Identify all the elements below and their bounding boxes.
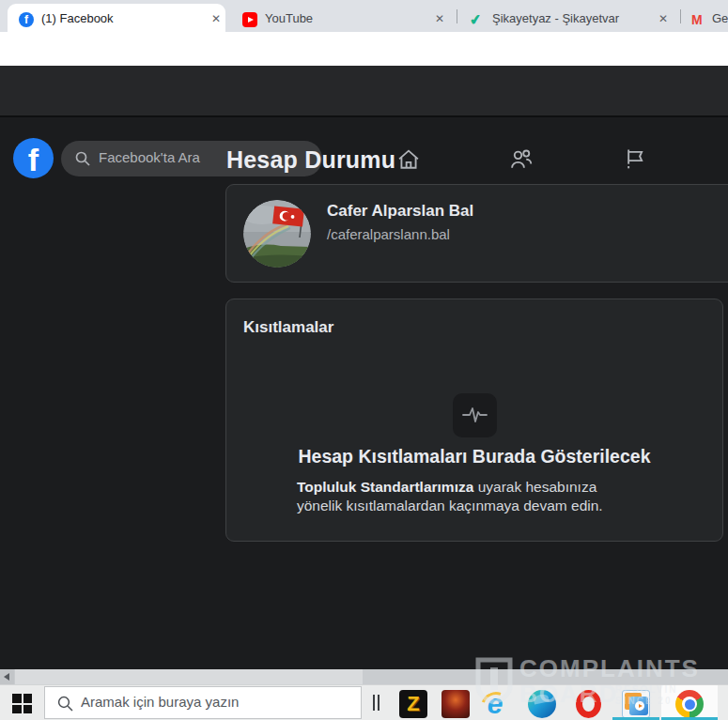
home-icon[interactable] (395, 146, 422, 173)
restrictions-empty-body: Topluluk Standartlarımıza uyarak hesabın… (297, 478, 658, 515)
facebook-header: f (0, 66, 728, 117)
tab-sikayetvar[interactable]: ✔ Şikayetyaz - Şikayetvar ✕ (460, 4, 676, 32)
restrictions-title: Kısıtlamalar (243, 318, 333, 337)
horizontal-scrollbar[interactable] (0, 669, 728, 684)
pulse-tile (453, 393, 497, 437)
tab-title: Ge (712, 11, 728, 25)
internet-explorer-icon[interactable]: e (481, 690, 509, 718)
browser-tabstrip: f (1) Facebook ✕ YouTube ✕ ✔ Şikayetyaz … (0, 0, 728, 32)
screen: f (1) Facebook ✕ YouTube ✕ ✔ Şikayetyaz … (0, 0, 728, 720)
taskbar-search[interactable] (44, 686, 362, 719)
restrictions-empty-title: Hesap Kısıtlamaları Burada Gösterilecek (226, 446, 722, 467)
zula-icon[interactable]: Z (399, 690, 427, 718)
facebook-logo[interactable]: f (13, 138, 54, 178)
taskbar-search-icon (57, 696, 73, 712)
tab-gmail[interactable]: M Ge (684, 4, 728, 32)
tab-title: YouTube (265, 11, 415, 25)
page-title: Hesap Durumu (226, 146, 395, 174)
browser-toolbar: facebook.com/account_status/?location=pr… (0, 32, 728, 66)
scroll-left-arrow-icon[interactable] (0, 669, 14, 684)
pages-flag-icon[interactable] (621, 146, 647, 173)
facebook-favicon: f (19, 12, 34, 27)
body-text: yönelik kısıtlamalardan kaçınmaya devam … (297, 497, 658, 515)
taskbar: Z e (0, 684, 728, 720)
tab-title: (1) Facebook (41, 11, 201, 25)
search-icon (75, 151, 90, 166)
profile-name: Cafer Alparslan Bal (327, 202, 473, 221)
gmail-favicon: M (691, 12, 706, 27)
profile-card[interactable]: Cafer Alparslan Bal /caferalparslann.bal (225, 184, 728, 283)
chrome-app[interactable] (661, 685, 718, 720)
tab-close-icon[interactable]: ✕ (209, 11, 224, 26)
game-icon[interactable] (441, 690, 470, 718)
media-player-app[interactable] (612, 685, 659, 720)
tab-facebook[interactable]: f (1) Facebook ✕ (8, 4, 225, 32)
profile-username: /caferalparslann.bal (327, 226, 450, 242)
tab-title: Şikayetyaz - Şikayetvar (492, 11, 641, 25)
start-icon[interactable] (12, 694, 32, 713)
opera-icon[interactable] (576, 690, 601, 718)
body-text: uyarak hesabınıza (473, 479, 596, 495)
tab-divider (680, 9, 681, 23)
edge-icon[interactable] (528, 690, 556, 718)
tab-close-icon[interactable]: ✕ (432, 11, 447, 26)
tab-close-icon[interactable]: ✕ (656, 11, 671, 26)
avatar[interactable] (243, 200, 311, 268)
friends-icon[interactable] (508, 146, 534, 173)
media-player-icon (622, 690, 650, 718)
youtube-favicon (242, 12, 257, 27)
restrictions-card: Kısıtlamalar Hesap Kısıtlamaları Burada … (225, 299, 723, 542)
taskbar-search-input[interactable] (81, 694, 344, 710)
sikayetvar-favicon: ✔ (469, 11, 486, 28)
taskbar-separator (373, 695, 379, 711)
scrollbar-thumb[interactable] (15, 669, 363, 684)
community-standards-link[interactable]: Topluluk Standartlarımıza (297, 479, 473, 495)
chrome-icon (675, 690, 704, 718)
ie-letter: e (488, 688, 503, 719)
tab-youtube[interactable]: YouTube ✕ (233, 4, 451, 32)
pulse-icon (462, 404, 488, 426)
tab-divider (457, 9, 457, 23)
